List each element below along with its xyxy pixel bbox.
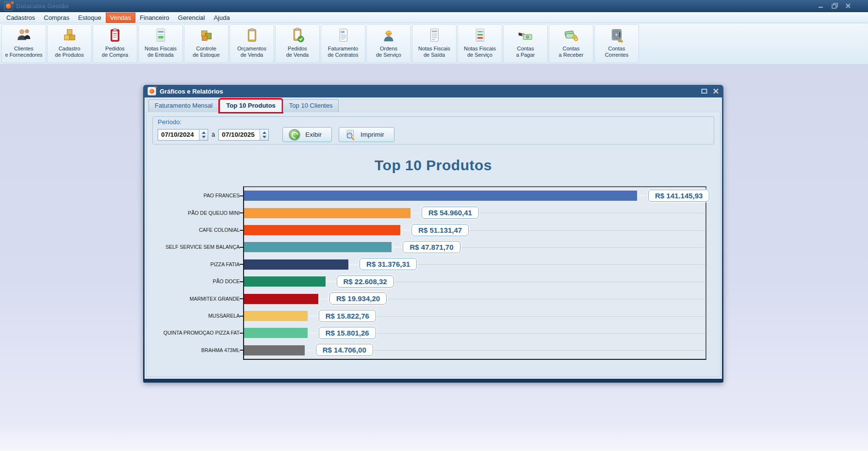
imprimir-button[interactable]: Imprimir <box>339 127 394 142</box>
value-label: R$ 31.376,31 <box>360 258 417 270</box>
menu-item-cadastros[interactable]: Cadastros <box>2 13 39 23</box>
period-label: Período: <box>158 118 709 126</box>
value-label: R$ 141.145,93 <box>648 190 709 202</box>
value-label: R$ 15.801,26 <box>319 327 376 339</box>
chart-title: Top 10 Produtos <box>147 157 720 174</box>
date-from-spinner[interactable] <box>199 129 208 140</box>
date-to-spinner[interactable] <box>260 129 268 140</box>
menu-item-gerencial[interactable]: Gerencial <box>174 13 210 23</box>
toolbar-button-pedidos-de-compra[interactable]: Pedidosde Compra <box>93 24 137 63</box>
value-label: R$ 22.608,32 <box>337 275 394 288</box>
category-label: BRAHMA 473ML <box>201 347 240 353</box>
toolbar-button-label: Cadastrode Produtos <box>55 46 83 58</box>
value-label: R$ 54.960,41 <box>422 207 479 219</box>
menu-item-compras[interactable]: Compras <box>39 13 74 23</box>
tab-strip: Faturamento MensalTop 10 ProdutosTop 10 … <box>146 98 721 112</box>
value-connector <box>309 315 318 317</box>
dialog-icon <box>147 87 156 96</box>
tab-top-10-produtos[interactable]: Top 10 Produtos <box>220 99 282 112</box>
axis-tick <box>240 281 243 282</box>
bar-pizza-fatia <box>244 259 348 270</box>
toolbar-button-contas-correntes[interactable]: ContasCorrentes <box>594 24 639 63</box>
value-connector <box>349 264 359 265</box>
bar-brahma-473ml <box>244 345 305 355</box>
axis-tick <box>240 212 243 213</box>
quote-icon <box>244 27 260 44</box>
category-label: MUSSARELA <box>208 313 240 319</box>
purchase-order-icon <box>107 27 123 44</box>
service-order-icon <box>380 27 397 44</box>
invoice-out-icon <box>426 27 442 44</box>
restore-button[interactable] <box>831 3 838 9</box>
toolbar-button-pedidos-de-venda[interactable]: Pedidosde Venda <box>275 24 320 63</box>
dialog-titlebar[interactable]: Gráficos e Relatórios <box>145 85 722 97</box>
close-button[interactable] <box>845 3 852 9</box>
bar-chart-plot: PAO FRANCESR$ 141.145,93PÃO DE QUEIJO MI… <box>243 186 706 360</box>
category-label: QUINTA PROMOÇAO PIZZA FAT <box>164 330 240 336</box>
value-connector <box>309 332 318 334</box>
toolbar-button-orcamentos-de-venda[interactable]: Orçamentosde Venda <box>229 24 274 63</box>
toolbar-button-notas-fiscais-de-servico[interactable]: Notas Fiscaisde Serviço <box>458 24 502 63</box>
toolbar-button-label: Contasa Receber <box>559 46 584 58</box>
date-from-value: 07/10/2024 <box>158 129 199 140</box>
toolbar-button-label: Clientese Fornecedores <box>5 46 42 58</box>
axis-tick <box>240 195 243 196</box>
menu-item-financeiro[interactable]: Financeiro <box>135 13 174 23</box>
date-to-value: 07/10/2025 <box>219 129 260 140</box>
accounts-icon <box>608 27 625 44</box>
dialog-maximize-button[interactable] <box>701 88 707 94</box>
bar-cafe-colonial <box>244 225 400 235</box>
date-from-input[interactable]: 07/10/2024 <box>158 129 208 141</box>
datacaixa-logo-icon <box>6 3 11 9</box>
spinner-up-icon <box>202 131 206 134</box>
main-titlebar: Datacaixa Gestão <box>0 0 868 12</box>
exibir-button[interactable]: Exibir <box>282 127 332 142</box>
value-label: R$ 19.934,20 <box>329 292 387 305</box>
axis-tick <box>240 350 243 351</box>
axis-tick <box>240 247 243 248</box>
category-label: PÃO DOCE <box>213 278 240 284</box>
menu-item-estoque[interactable]: Estoque <box>74 13 106 23</box>
value-connector <box>401 229 410 231</box>
toolbar: Clientese FornecedoresCadastrode Produto… <box>0 23 868 64</box>
menu-item-vendas[interactable]: Vendas <box>106 13 135 23</box>
print-preview-icon <box>345 129 356 140</box>
toolbar-button-notas-fiscais-de-entrada[interactable]: Notas Fiscaisde Entrada <box>138 24 183 63</box>
spinner-down-icon <box>202 136 206 138</box>
toolbar-button-label: Controlede Estoque <box>193 46 220 58</box>
bar-marmitex-grande <box>244 294 318 304</box>
toolbar-button-contas-a-receber[interactable]: Contasa Receber <box>549 24 593 63</box>
toolbar-button-contas-a-pagar[interactable]: Contasa Pagar <box>503 24 548 63</box>
menu-item-ajuda[interactable]: Ajuda <box>209 13 234 23</box>
toolbar-button-label: Faturamentode Contratos <box>328 46 359 58</box>
clients-icon <box>16 27 32 44</box>
invoice-in-icon <box>152 27 169 44</box>
toolbar-button-label: Ordensde Serviço <box>376 46 401 58</box>
receivables-icon <box>563 27 579 44</box>
toolbar-button-notas-fiscais-de-saida[interactable]: Notas Fiscaisde Saída <box>412 24 457 63</box>
value-connector <box>327 281 336 282</box>
minimize-button[interactable] <box>818 3 824 9</box>
toolbar-button-faturamento-de-contratos[interactable]: Faturamentode Contratos <box>321 24 365 63</box>
tab-faturamento-mensal[interactable]: Faturamento Mensal <box>148 99 219 112</box>
toolbar-button-controle-de-estoque[interactable]: Controlede Estoque <box>184 24 229 63</box>
category-label: PÃO DE QUEIJO MINI <box>188 210 240 216</box>
date-to-input[interactable]: 07/10/2025 <box>218 129 269 141</box>
window-title: Datacaixa Gestão <box>16 2 68 10</box>
tab-top-10-clientes[interactable]: Top 10 Clientes <box>283 99 339 112</box>
bar-pao-doce <box>244 276 326 287</box>
toolbar-button-clientes-e-fornecedores[interactable]: Clientese Fornecedores <box>1 24 46 63</box>
category-label: PAO FRANCES <box>204 193 240 198</box>
tab-panel: Período: 07/10/2024 à 07 <box>146 112 721 377</box>
dialog-controls <box>701 88 719 94</box>
axis-tick <box>240 230 243 231</box>
dialog-close-button[interactable] <box>712 88 719 94</box>
axis-tick <box>240 264 243 265</box>
toolbar-button-cadastro-de-produtos[interactable]: Cadastrode Produtos <box>47 24 92 63</box>
toolbar-button-label: Pedidosde Compra <box>102 46 128 58</box>
toolbar-button-ordens-de-servico[interactable]: Ordensde Serviço <box>366 24 411 63</box>
dialog-title: Gráficos e Relatórios <box>160 88 223 95</box>
value-label: R$ 51.131,47 <box>411 224 469 236</box>
spinner-down-icon <box>262 136 266 138</box>
service-invoice-icon <box>472 27 488 44</box>
